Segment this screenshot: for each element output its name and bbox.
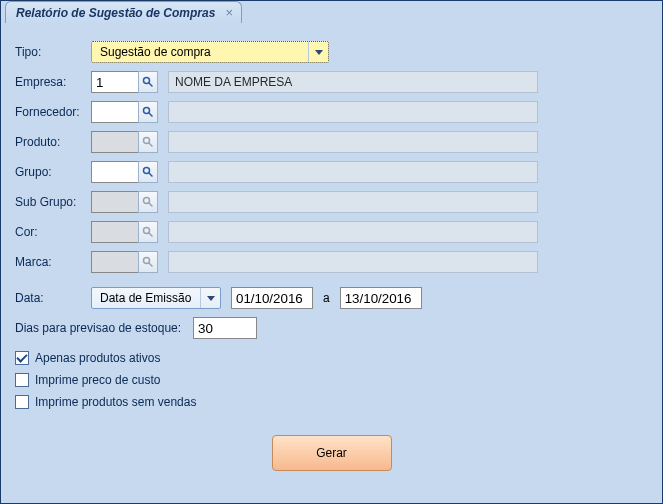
gerar-button[interactable]: Gerar [272,435,392,471]
check-semvendas[interactable]: Imprime produtos sem vendas [15,391,648,413]
svg-line-7 [149,173,153,177]
label-data: Data: [15,291,91,305]
dias-input[interactable] [193,317,257,339]
grupo-lookup-button[interactable] [138,161,158,183]
label-tipo: Tipo: [15,45,91,59]
tipo-select[interactable]: Sugestão de compra [91,41,329,63]
chevron-down-icon [308,42,328,62]
marca-lookup-button [138,251,158,273]
empresa-lookup-button[interactable] [138,71,158,93]
search-icon [142,256,154,268]
svg-point-2 [144,108,150,114]
grupo-code-input[interactable] [91,161,139,183]
gerar-label: Gerar [316,446,347,460]
grupo-display [168,161,538,183]
data-tipo-select[interactable]: Data de Emissão [91,287,221,309]
label-subgrupo: Sub Grupo: [15,195,91,209]
tipo-value: Sugestão de compra [92,45,308,59]
svg-point-6 [144,168,150,174]
svg-point-12 [144,258,150,264]
fornecedor-display [168,101,538,123]
checkbox-icon [15,395,29,409]
produto-lookup-button [138,131,158,153]
check-semvendas-label: Imprime produtos sem vendas [35,395,196,409]
label-fornecedor: Fornecedor: [15,105,91,119]
cor-display [168,221,538,243]
checkbox-icon [15,351,29,365]
label-marca: Marca: [15,255,91,269]
produto-display [168,131,538,153]
checkbox-icon [15,373,29,387]
subgrupo-code-input [91,191,139,213]
tab[interactable]: Relatório de Sugestão de Compras × [5,1,242,23]
marca-display [168,251,538,273]
data-de-input[interactable] [231,287,313,309]
label-cor: Cor: [15,225,91,239]
search-icon [142,106,154,118]
label-date-sep: a [313,291,340,305]
form: Tipo: Sugestão de compra Empresa: NOME D… [1,23,662,503]
check-ativos-label: Apenas produtos ativos [35,351,160,365]
svg-line-3 [149,113,153,117]
svg-line-9 [149,203,153,207]
tab-title: Relatório de Sugestão de Compras [16,6,215,20]
chevron-down-icon [200,288,220,308]
empresa-code-input[interactable] [91,71,139,93]
produto-code-input [91,131,139,153]
cor-lookup-button [138,221,158,243]
label-dias: Dias para previsao de estoque: [15,321,193,335]
subgrupo-lookup-button [138,191,158,213]
data-tipo-value: Data de Emissão [92,291,200,305]
data-ate-input[interactable] [340,287,422,309]
svg-point-10 [144,228,150,234]
empresa-display: NOME DA EMPRESA [168,71,538,93]
search-icon [142,76,154,88]
search-icon [142,226,154,238]
svg-point-4 [144,138,150,144]
check-preco[interactable]: Imprime preco de custo [15,369,648,391]
svg-line-13 [149,263,153,267]
label-empresa: Empresa: [15,75,91,89]
fornecedor-lookup-button[interactable] [138,101,158,123]
search-icon [142,136,154,148]
search-icon [142,196,154,208]
check-ativos[interactable]: Apenas produtos ativos [15,347,648,369]
search-icon [142,166,154,178]
label-grupo: Grupo: [15,165,91,179]
svg-point-0 [144,78,150,84]
svg-line-1 [149,83,153,87]
svg-point-8 [144,198,150,204]
label-produto: Produto: [15,135,91,149]
check-preco-label: Imprime preco de custo [35,373,160,387]
cor-code-input [91,221,139,243]
svg-line-5 [149,143,153,147]
fornecedor-code-input[interactable] [91,101,139,123]
svg-line-11 [149,233,153,237]
subgrupo-display [168,191,538,213]
marca-code-input [91,251,139,273]
close-icon[interactable]: × [223,6,235,19]
window: Relatório de Sugestão de Compras × Tipo:… [0,0,663,504]
